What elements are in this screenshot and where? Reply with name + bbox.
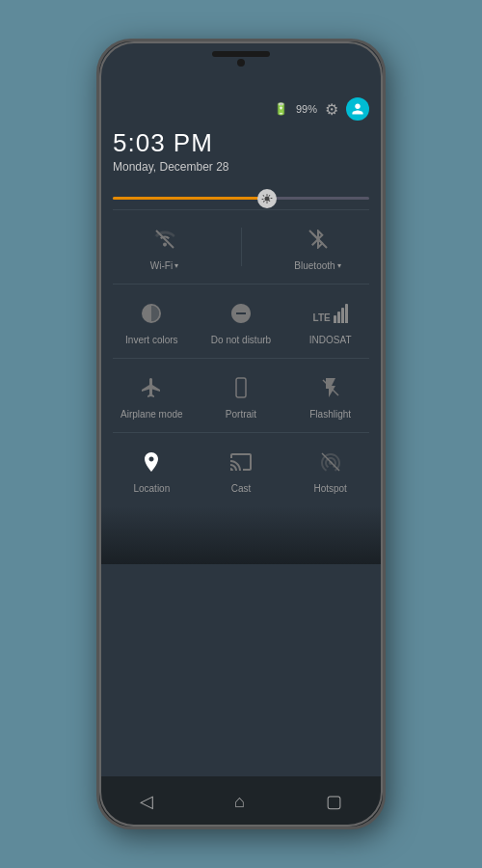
tiles-row-1: Wi-Fi ▾ [99,210,383,284]
slider-fill [113,197,267,200]
tile-portrait[interactable]: Portrait [202,366,280,424]
tile-airplane-mode[interactable]: Airplane mode [113,366,190,424]
hotspot-label: Hotspot [313,483,346,495]
tile-indosat[interactable]: LTE INDOSAT [292,292,369,350]
time-display: 5:03 PM [113,128,369,158]
invert-colors-icon [134,296,169,331]
camera [237,59,245,67]
bluetooth-label: Bluetooth ▾ [294,260,340,272]
battery-percent: 99% [296,103,317,115]
home-button[interactable]: ⌂ [227,784,253,820]
flashlight-icon [313,370,348,405]
power-button[interactable] [383,234,386,283]
tile-flashlight[interactable]: Flashlight [292,366,369,424]
do-not-disturb-label: Do not disturb [211,335,271,346]
cast-label: Cast [231,483,252,495]
airplane-mode-icon [134,370,169,405]
airplane-mode-label: Airplane mode [120,409,182,420]
tile-wifi[interactable]: Wi-Fi ▾ [126,218,203,276]
screen-background [99,506,383,564]
brightness-slider[interactable] [99,187,383,209]
time-area: 5:03 PM Monday, December 28 [99,124,383,187]
slider-track[interactable] [113,197,369,200]
tiles-row-3: Airplane mode Portrait [99,359,383,432]
notification-panel: 🔋 99% ⚙ 5:03 PM Monday, December 28 [99,90,383,776]
slider-thumb[interactable] [257,189,277,208]
portrait-label: Portrait [226,409,256,420]
tile-bluetooth[interactable]: Bluetooth ▾ [280,218,357,276]
location-label: Location [133,483,170,495]
indosat-label: INDOSAT [309,335,352,346]
cast-icon [224,445,258,479]
flashlight-label: Flashlight [309,409,351,420]
settings-status-icon[interactable]: ⚙ [325,100,338,119]
do-not-disturb-icon [224,296,258,331]
vertical-divider [241,228,242,266]
wifi-icon [147,222,182,257]
phone-top-bezel [99,41,383,90]
wifi-label: Wi-Fi ▾ [150,260,178,272]
svg-rect-2 [236,378,246,397]
tiles-row-4: Location Cast [99,433,383,506]
bluetooth-icon [301,222,335,257]
invert-colors-label: Invert colors [125,335,177,346]
hotspot-icon [313,445,348,479]
date-display: Monday, December 28 [113,160,369,174]
tile-hotspot[interactable]: Hotspot [292,441,369,499]
portrait-icon [224,370,258,405]
tile-location[interactable]: Location [113,441,190,499]
tile-cast[interactable]: Cast [202,441,280,499]
phone-device: 🔋 99% ⚙ 5:03 PM Monday, December 28 [96,39,386,829]
battery-icon: 🔋 [274,102,288,116]
recent-button[interactable]: ▢ [318,783,350,820]
speaker [212,51,270,57]
user-avatar[interactable] [346,97,369,121]
phone-screen: 🔋 99% ⚙ 5:03 PM Monday, December 28 [99,41,383,827]
tile-invert-colors[interactable]: Invert colors [113,292,190,350]
location-icon [134,445,169,479]
navigation-bar: ◁ ⌂ ▢ [99,776,383,827]
tiles-row-2: Invert colors Do not disturb LTE [99,285,383,358]
status-bar: 🔋 99% ⚙ [99,90,383,124]
lte-icon: LTE [313,296,348,331]
tile-do-not-disturb[interactable]: Do not disturb [202,292,280,350]
back-button[interactable]: ◁ [132,783,161,820]
